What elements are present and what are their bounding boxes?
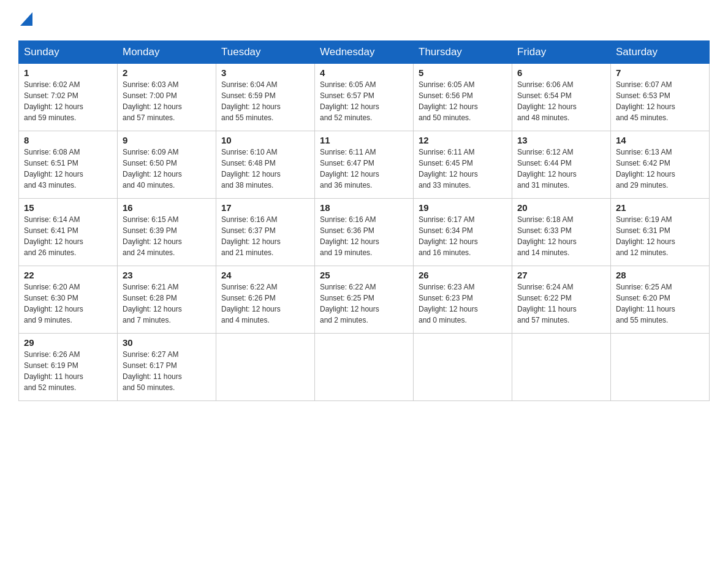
calendar-cell: 9Sunrise: 6:09 AMSunset: 6:50 PMDaylight… [118,131,216,199]
calendar-cell: 25Sunrise: 6:22 AMSunset: 6:25 PMDayligh… [315,266,414,334]
day-number: 17 [221,202,309,213]
day-header-saturday: Saturday [611,41,710,64]
day-number: 11 [320,135,408,145]
day-number: 22 [24,270,112,280]
day-number: 24 [221,270,309,280]
day-header-wednesday: Wednesday [315,41,414,64]
day-info: Sunrise: 6:21 AMSunset: 6:28 PMDaylight:… [123,282,211,326]
day-number: 14 [616,135,704,145]
day-info: Sunrise: 6:27 AMSunset: 6:17 PMDaylight:… [123,349,211,393]
calendar-cell: 2Sunrise: 6:03 AMSunset: 7:00 PMDaylight… [118,64,216,131]
day-info: Sunrise: 6:26 AMSunset: 6:19 PMDaylight:… [24,349,112,393]
day-number: 6 [517,67,605,78]
calendar-table: SundayMondayTuesdayWednesdayThursdayFrid… [18,40,710,401]
day-number: 10 [221,135,309,145]
calendar-cell: 10Sunrise: 6:10 AMSunset: 6:48 PMDayligh… [216,131,315,199]
day-info: Sunrise: 6:05 AMSunset: 6:57 PMDaylight:… [320,79,408,123]
day-info: Sunrise: 6:15 AMSunset: 6:39 PMDaylight:… [123,214,211,258]
day-number: 4 [320,67,408,78]
calendar-cell: 24Sunrise: 6:22 AMSunset: 6:26 PMDayligh… [216,266,315,334]
calendar-cell [512,334,611,401]
calendar-cell: 23Sunrise: 6:21 AMSunset: 6:28 PMDayligh… [118,266,216,334]
calendar-cell: 5Sunrise: 6:05 AMSunset: 6:56 PMDaylight… [414,64,512,131]
day-number: 26 [419,270,507,280]
logo [18,12,32,31]
day-info: Sunrise: 6:02 AMSunset: 7:02 PMDaylight:… [24,79,112,123]
day-info: Sunrise: 6:18 AMSunset: 6:33 PMDaylight:… [517,214,605,258]
day-header-tuesday: Tuesday [216,41,315,64]
day-info: Sunrise: 6:11 AMSunset: 6:45 PMDaylight:… [419,147,507,191]
calendar-cell [611,334,710,401]
calendar-cell: 1Sunrise: 6:02 AMSunset: 7:02 PMDaylight… [19,64,118,131]
day-info: Sunrise: 6:09 AMSunset: 6:50 PMDaylight:… [123,147,211,191]
calendar-cell: 20Sunrise: 6:18 AMSunset: 6:33 PMDayligh… [512,199,611,266]
day-number: 29 [24,337,112,348]
calendar-week-row: 15Sunrise: 6:14 AMSunset: 6:41 PMDayligh… [19,199,710,266]
day-number: 2 [123,67,211,78]
calendar-cell: 7Sunrise: 6:07 AMSunset: 6:53 PMDaylight… [611,64,710,131]
day-number: 20 [517,202,605,213]
day-number: 15 [24,202,112,213]
day-info: Sunrise: 6:24 AMSunset: 6:22 PMDaylight:… [517,282,605,326]
calendar-cell: 3Sunrise: 6:04 AMSunset: 6:59 PMDaylight… [216,64,315,131]
day-info: Sunrise: 6:16 AMSunset: 6:37 PMDaylight:… [221,214,309,258]
day-number: 13 [517,135,605,145]
logo-arrow-icon [20,12,32,28]
day-info: Sunrise: 6:25 AMSunset: 6:20 PMDaylight:… [616,282,704,326]
calendar-week-row: 1Sunrise: 6:02 AMSunset: 7:02 PMDaylight… [19,64,710,131]
day-info: Sunrise: 6:16 AMSunset: 6:36 PMDaylight:… [320,214,408,258]
day-info: Sunrise: 6:03 AMSunset: 7:00 PMDaylight:… [123,79,211,123]
calendar-cell: 4Sunrise: 6:05 AMSunset: 6:57 PMDaylight… [315,64,414,131]
page-header [18,12,710,31]
calendar-cell: 29Sunrise: 6:26 AMSunset: 6:19 PMDayligh… [19,334,118,401]
day-number: 1 [24,67,112,78]
day-info: Sunrise: 6:12 AMSunset: 6:44 PMDaylight:… [517,147,605,191]
calendar-cell: 19Sunrise: 6:17 AMSunset: 6:34 PMDayligh… [414,199,512,266]
svg-marker-0 [20,12,32,26]
calendar-cell: 30Sunrise: 6:27 AMSunset: 6:17 PMDayligh… [118,334,216,401]
calendar-cell [216,334,315,401]
calendar-cell [315,334,414,401]
day-info: Sunrise: 6:05 AMSunset: 6:56 PMDaylight:… [419,79,507,123]
day-info: Sunrise: 6:14 AMSunset: 6:41 PMDaylight:… [24,214,112,258]
calendar-week-row: 29Sunrise: 6:26 AMSunset: 6:19 PMDayligh… [19,334,710,401]
day-number: 27 [517,270,605,280]
day-number: 8 [24,135,112,145]
day-header-thursday: Thursday [414,41,512,64]
day-info: Sunrise: 6:07 AMSunset: 6:53 PMDaylight:… [616,79,704,123]
calendar-cell: 13Sunrise: 6:12 AMSunset: 6:44 PMDayligh… [512,131,611,199]
calendar-cell: 14Sunrise: 6:13 AMSunset: 6:42 PMDayligh… [611,131,710,199]
day-info: Sunrise: 6:22 AMSunset: 6:25 PMDaylight:… [320,282,408,326]
day-header-monday: Monday [118,41,216,64]
calendar-cell: 8Sunrise: 6:08 AMSunset: 6:51 PMDaylight… [19,131,118,199]
day-info: Sunrise: 6:20 AMSunset: 6:30 PMDaylight:… [24,282,112,326]
day-number: 18 [320,202,408,213]
calendar-cell [414,334,512,401]
day-number: 30 [123,337,211,348]
calendar-cell: 28Sunrise: 6:25 AMSunset: 6:20 PMDayligh… [611,266,710,334]
calendar-cell: 12Sunrise: 6:11 AMSunset: 6:45 PMDayligh… [414,131,512,199]
day-info: Sunrise: 6:04 AMSunset: 6:59 PMDaylight:… [221,79,309,123]
calendar-week-row: 22Sunrise: 6:20 AMSunset: 6:30 PMDayligh… [19,266,710,334]
day-number: 7 [616,67,704,78]
calendar-cell: 16Sunrise: 6:15 AMSunset: 6:39 PMDayligh… [118,199,216,266]
calendar-week-row: 8Sunrise: 6:08 AMSunset: 6:51 PMDaylight… [19,131,710,199]
day-number: 3 [221,67,309,78]
calendar-cell: 18Sunrise: 6:16 AMSunset: 6:36 PMDayligh… [315,199,414,266]
calendar-cell: 27Sunrise: 6:24 AMSunset: 6:22 PMDayligh… [512,266,611,334]
day-info: Sunrise: 6:06 AMSunset: 6:54 PMDaylight:… [517,79,605,123]
day-header-friday: Friday [512,41,611,64]
day-number: 12 [419,135,507,145]
day-info: Sunrise: 6:22 AMSunset: 6:26 PMDaylight:… [221,282,309,326]
calendar-cell: 21Sunrise: 6:19 AMSunset: 6:31 PMDayligh… [611,199,710,266]
day-info: Sunrise: 6:23 AMSunset: 6:23 PMDaylight:… [419,282,507,326]
calendar-cell: 17Sunrise: 6:16 AMSunset: 6:37 PMDayligh… [216,199,315,266]
day-info: Sunrise: 6:11 AMSunset: 6:47 PMDaylight:… [320,147,408,191]
day-info: Sunrise: 6:19 AMSunset: 6:31 PMDaylight:… [616,214,704,258]
calendar-cell: 22Sunrise: 6:20 AMSunset: 6:30 PMDayligh… [19,266,118,334]
day-info: Sunrise: 6:13 AMSunset: 6:42 PMDaylight:… [616,147,704,191]
day-number: 23 [123,270,211,280]
day-header-sunday: Sunday [19,41,118,64]
day-number: 19 [419,202,507,213]
calendar-cell: 11Sunrise: 6:11 AMSunset: 6:47 PMDayligh… [315,131,414,199]
